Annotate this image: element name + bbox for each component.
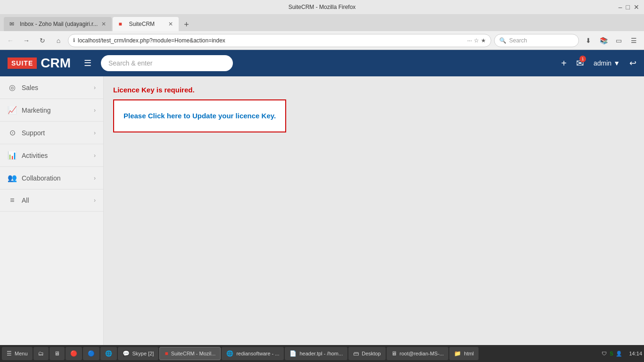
sidebar-item-sales[interactable]: ◎ Sales › <box>0 76 103 99</box>
taskbar-menu-label: Menu <box>15 351 28 356</box>
add-icon[interactable]: + <box>561 58 567 69</box>
taskbar-suitecrm[interactable]: ■ SuiteCRM - Mozil... <box>159 347 221 360</box>
mail-badge: 1 <box>579 56 586 62</box>
sidebar-label-marketing: Marketing <box>22 107 89 114</box>
hamburger-menu[interactable]: ☰ <box>82 56 93 70</box>
new-tab-button[interactable]: + <box>180 18 193 31</box>
star-icon[interactable]: ★ <box>481 37 486 44</box>
library-icon[interactable]: 📚 <box>597 34 610 47</box>
taskbar-sys: 🛡 S 👤 14:14 <box>602 351 642 357</box>
taskbar-desktop-label: Desktop <box>362 351 380 356</box>
taskbar-globe-icon: 🌐 <box>105 350 112 357</box>
title-bar: SuiteCRM - Mozilla Firefox – □ ✕ <box>0 0 644 14</box>
taskbar-app2[interactable]: 🔵 <box>83 347 99 360</box>
maximize-button[interactable]: □ <box>626 3 630 11</box>
refresh-button[interactable]: ↻ <box>36 34 49 47</box>
title-bar-controls: – □ ✕ <box>619 3 639 11</box>
logo-suite: SUITE <box>8 58 37 69</box>
logo-crm: CRM <box>37 56 74 71</box>
taskbar-terminal[interactable]: 🖥 <box>50 347 65 360</box>
taskbar-menu-icon: ☰ <box>7 350 12 357</box>
taskbar-app1-icon: 🔴 <box>70 350 77 357</box>
back-button[interactable]: ← <box>4 34 17 47</box>
taskbar-root-label: root@redian-MS-... <box>400 351 444 356</box>
taskbar-skype-icon: 💬 <box>123 350 130 357</box>
licence-box: Please Click here to Update your licence… <box>113 99 286 132</box>
support-icon: ⊙ <box>8 128 17 137</box>
tab-close-1[interactable]: ✕ <box>101 21 106 27</box>
app-wrapper: SUITE CRM ☰ Search & enter + ✉ 1 admin ▼… <box>0 50 644 345</box>
address-actions: ··· ☆ ★ <box>467 37 486 44</box>
all-icon: ≡ <box>8 196 17 205</box>
taskbar-files[interactable]: 🗂 <box>33 347 49 360</box>
sidebar-item-all[interactable]: ≡ All › <box>0 189 103 212</box>
chevron-activities-icon: › <box>94 152 96 159</box>
mail-icon[interactable]: ✉ 1 <box>576 58 584 69</box>
tab-close-2[interactable]: ✕ <box>168 21 173 27</box>
taskbar-files-icon: 🗂 <box>38 350 44 357</box>
taskbar-html-icon: 📁 <box>454 350 461 357</box>
nav-actions: ⬇ 📚 ▭ ☰ <box>582 34 640 47</box>
url-display: localhost/test_crm/index.php?module=Home… <box>78 37 464 44</box>
bookmark-icon[interactable]: ☆ <box>474 37 479 44</box>
taskbar-terminal-icon: 🖥 <box>54 350 60 357</box>
taskbar-html[interactable]: 📁 html <box>449 347 479 360</box>
taskbar-app1[interactable]: 🔴 <box>66 347 82 360</box>
taskbar-suitecrm-label: SuiteCRM - Mozil... <box>171 351 216 356</box>
taskbar-time: 14:14 <box>625 351 642 356</box>
chevron-support-icon: › <box>94 130 96 136</box>
crm-search-input[interactable]: Search & enter <box>101 55 233 71</box>
taskbar-desktop[interactable]: 🗃 Desktop <box>348 347 385 360</box>
taskbar-s-icon: S <box>610 351 613 356</box>
taskbar-rediansoftware-icon: 🌐 <box>226 350 233 357</box>
crm-header-actions: + ✉ 1 admin ▼ ↩ <box>561 58 636 69</box>
taskbar-rediansoftware[interactable]: 🌐 rediansoftware - ... <box>222 347 284 360</box>
download-icon[interactable]: ⬇ <box>582 34 595 47</box>
tab-suitecrm[interactable]: ■ SuiteCRM ✕ <box>113 17 179 31</box>
tab-zohomail[interactable]: ✉ Inbox - Zoho Mail (udayagiri.r... ✕ <box>4 17 112 31</box>
licence-link[interactable]: Please Click here to Update your licence… <box>124 112 276 120</box>
sidebar-item-activities[interactable]: 📊 Activities › <box>0 144 103 167</box>
menu-icon[interactable]: ☰ <box>627 34 640 47</box>
taskbar-desktop-icon: 🗃 <box>353 350 359 357</box>
taskbar-rediansoftware-label: rediansoftware - ... <box>236 351 279 356</box>
home-button[interactable]: ⌂ <box>52 34 65 47</box>
search-icon: 🔍 <box>499 37 506 44</box>
taskbar: ☰ Menu 🗂 🖥 🔴 🔵 🌐 💬 Skype [2] ■ SuiteCRM … <box>0 345 644 362</box>
licence-warning: Licence Key is required. <box>113 86 635 94</box>
logout-icon[interactable]: ↩ <box>629 58 636 68</box>
more-icon[interactable]: ··· <box>467 37 472 44</box>
sidebar-item-support[interactable]: ⊙ Support › <box>0 122 103 144</box>
sidebar-toggle-icon[interactable]: ▭ <box>612 34 625 47</box>
sidebar-label-all: All <box>22 197 89 204</box>
crm-header: SUITE CRM ☰ Search & enter + ✉ 1 admin ▼… <box>0 50 644 76</box>
forward-button[interactable]: → <box>20 34 33 47</box>
minimize-button[interactable]: – <box>619 3 622 11</box>
taskbar-html-label: html <box>464 351 474 356</box>
close-button[interactable]: ✕ <box>634 3 639 11</box>
taskbar-headertpl-icon: 📄 <box>289 350 297 357</box>
sidebar-item-marketing[interactable]: 📈 Marketing › <box>0 99 103 122</box>
chevron-sales-icon: › <box>94 84 96 91</box>
crm-logo[interactable]: SUITE CRM <box>8 56 74 71</box>
admin-user-button[interactable]: admin ▼ <box>594 59 620 67</box>
tab-label-2: SuiteCRM <box>129 21 155 27</box>
taskbar-suitecrm-icon: ■ <box>165 350 168 357</box>
taskbar-browser-icon[interactable]: 🌐 <box>100 347 117 360</box>
taskbar-shield-icon: 🛡 <box>602 351 607 356</box>
activities-icon: 📊 <box>8 151 17 160</box>
taskbar-root[interactable]: 🖥 root@redian-MS-... <box>387 347 449 360</box>
taskbar-headertpl[interactable]: 📄 header.tpl - /hom... <box>285 347 347 360</box>
collaboration-icon: 👥 <box>8 173 17 182</box>
search-placeholder: Search <box>509 37 527 44</box>
browser-frame: SuiteCRM - Mozilla Firefox – □ ✕ ✉ Inbox… <box>0 0 644 362</box>
address-bar[interactable]: ℹ localhost/test_crm/index.php?module=Ho… <box>68 34 491 47</box>
sidebar-item-collaboration[interactable]: 👥 Collaboration › <box>0 167 103 189</box>
taskbar-menu[interactable]: ☰ Menu <box>2 347 33 360</box>
security-icon: ℹ <box>73 37 75 43</box>
taskbar-root-icon: 🖥 <box>391 350 397 357</box>
taskbar-user-icon: 👤 <box>616 351 622 357</box>
browser-search-bar[interactable]: 🔍 Search <box>494 34 579 47</box>
taskbar-skype-label: Skype [2] <box>132 351 154 356</box>
taskbar-skype[interactable]: 💬 Skype [2] <box>118 347 159 360</box>
